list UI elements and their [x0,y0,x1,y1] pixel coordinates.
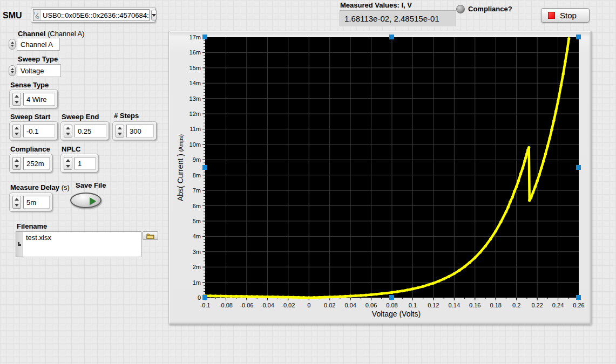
svg-text:O: O [36,16,39,19]
num-steps-control[interactable]: 300 [112,121,157,141]
channel-spinner[interactable] [9,39,16,50]
data-point-marker [437,280,440,283]
data-point-marker [558,94,560,97]
sweep-start-field[interactable]: -0.1 [23,125,55,138]
data-point-marker [560,84,563,87]
sense-type-field[interactable]: 4 Wire [23,93,55,106]
data-point-marker [235,295,238,298]
save-file-button[interactable] [70,193,101,208]
data-point-marker [245,295,248,298]
visa-resource-combo[interactable]: IO USB0::0x05E6::0x2636::4570684: [31,7,156,23]
nplc-control[interactable]: 1 [60,154,99,173]
data-point-marker [229,295,232,298]
compliance-field[interactable]: 252m [23,157,50,170]
sweep-start-control[interactable]: -0.1 [9,121,58,141]
xy-graph[interactable]: -0.1-0.08-0.06-0.04-0.0200.020.040.060.0… [168,31,592,325]
nplc-field[interactable]: 1 [75,157,96,170]
data-point-marker [527,146,530,149]
nplc-spinner[interactable] [64,157,72,170]
decrement-icon [66,165,70,168]
selection-handle-bottom-left[interactable] [202,295,207,300]
filename-value[interactable]: test.xlsx [23,232,141,257]
x-tick-label: -0.04 [261,302,274,308]
data-point-marker [511,196,513,198]
compliance-control[interactable]: 252m [9,154,53,173]
y-tick-label: 5m [193,218,201,224]
stop-button[interactable]: Stop [541,8,590,23]
visa-dropdown-button[interactable] [151,10,157,20]
measure-delay-field[interactable]: 5m [23,196,50,209]
data-point-marker [532,191,534,194]
measure-delay-control[interactable]: 5m [9,193,53,212]
sweep-type-spinner[interactable] [9,65,16,76]
filename-path-control[interactable]: test.xlsx [16,231,141,257]
increment-button[interactable] [64,157,72,163]
decrement-button[interactable] [13,202,21,208]
decrement-button[interactable] [13,163,21,169]
increment-button[interactable] [13,125,21,131]
selection-handle-mid-left[interactable] [202,165,207,170]
x-tick-label: 0.22 [531,302,543,308]
sweep-end-spinner[interactable] [64,125,72,138]
data-point-marker [323,296,326,298]
data-point-marker [401,290,404,292]
sweep-type-select[interactable]: Voltage [17,64,61,77]
data-point-marker [469,261,471,264]
sense-type-control[interactable]: 4 Wire [9,90,58,109]
measured-values-text: 1.68113e-02, 2.48515e-01 [344,14,439,23]
play-icon [90,197,96,205]
increment-button[interactable] [116,125,124,131]
data-point-marker [530,196,532,199]
data-point-marker [564,60,566,63]
decrement-button[interactable] [13,131,21,137]
data-point-marker [432,281,435,284]
data-point-marker [214,294,217,297]
data-point-marker [534,186,537,188]
selection-handle-top-right[interactable] [576,35,581,39]
selection-handle-top-mid[interactable] [389,35,394,39]
decrement-icon [15,101,19,104]
num-steps-field[interactable]: 300 [126,125,154,138]
x-tick-label: 0.24 [552,302,564,308]
x-tick-label: 0.08 [386,302,397,308]
measure-delay-spinner[interactable] [12,196,21,209]
visa-resource-field[interactable]: IO USB0::0x05E6::0x2636::4570684: [33,9,150,21]
data-point-marker [540,167,543,169]
smu-label: SMU [3,11,22,20]
data-point-marker [297,296,300,299]
decrement-button[interactable] [64,131,72,137]
selection-handle-mid-right[interactable] [576,165,581,170]
channel-select[interactable]: Channel A [17,38,60,51]
sweep-start-spinner[interactable] [12,125,21,138]
selection-handle-bottom-mid[interactable] [389,295,394,300]
sweep-end-field[interactable]: 0.25 [75,125,106,138]
num-steps-spinner[interactable] [116,125,124,138]
data-point-marker [557,100,559,102]
y-tick-label: 4m [193,233,201,239]
x-tick-label: 0.26 [573,302,584,308]
decrement-button[interactable] [116,131,124,137]
sweep-end-control[interactable]: 0.25 [60,121,110,141]
x-tick-label: -0.1 [200,302,211,308]
data-point-marker [507,205,510,208]
browse-button[interactable] [143,231,158,240]
decrement-button[interactable] [13,99,21,105]
data-point-marker [219,294,222,297]
sense-type-spinner[interactable] [12,93,21,106]
increment-button[interactable] [13,93,21,99]
data-point-marker [523,160,526,162]
channel-label: Channel (Channel A) [18,29,85,38]
increment-button[interactable] [13,196,21,202]
increment-icon [118,127,122,129]
increment-button[interactable] [13,157,21,163]
compliance-spinner[interactable] [12,157,21,170]
increment-button[interactable] [64,125,72,131]
selection-handle-top-left[interactable] [202,35,207,39]
selection-handle-bottom-right[interactable] [576,295,581,300]
x-tick-label: 0.2 [512,302,520,308]
data-point-marker [549,137,551,140]
decrement-button[interactable] [64,163,72,169]
increment-icon [15,95,19,98]
y-tick-label: 14m [189,80,201,86]
measured-values-label: Measured Values: I, V [340,1,412,9]
